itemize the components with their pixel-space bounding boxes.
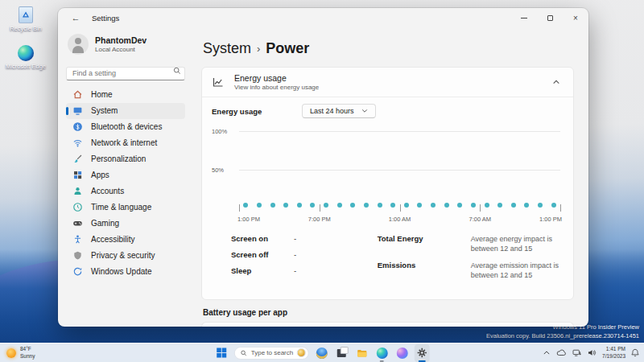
desktop-icon-edge[interactable]: Microsoft Edge <box>6 45 46 70</box>
stat-row-emissions: Emissions Average emission impact is bet… <box>378 261 564 280</box>
stat-value: Average energy impact is between 12 and … <box>471 234 564 253</box>
edge-icon <box>377 348 388 359</box>
stat-label: Screen on <box>231 234 294 243</box>
battery-usage-heading: Battery usage per app <box>203 308 572 317</box>
chart-plot: 1:00 PM7:00 PM1:00 AM7:00 AM1:00 PM <box>239 128 560 210</box>
x-axis-tick <box>239 204 240 212</box>
hidden-icons-button[interactable] <box>543 350 551 356</box>
battery-usage-card: Sort by: Overall usage <box>201 322 574 327</box>
accessibility-icon <box>72 234 83 245</box>
sidebar-item-accounts[interactable]: Accounts <box>66 183 185 200</box>
desktop-icon-label: Recycle Bin <box>10 25 42 32</box>
avatar <box>68 34 89 55</box>
x-axis-tick <box>320 204 320 212</box>
stats-left-column: Screen on - Screen off - Sleep - <box>231 234 378 288</box>
sidebar-item-label: Personalization <box>91 154 146 163</box>
data-point <box>471 203 476 208</box>
window-body: PhantomDev Local Account Home System <box>58 27 588 327</box>
search-icon <box>173 67 181 75</box>
data-point <box>283 203 288 208</box>
card-subtitle: View info about energy usage <box>234 84 319 91</box>
energy-usage-chart: 100% 50% 1:00 PM7:00 PM1:00 AM7:00 AM1:0… <box>212 123 564 226</box>
taskbar-center: Type to search <box>214 343 430 362</box>
stat-value: - <box>294 250 296 259</box>
wifi-icon <box>72 138 83 148</box>
data-point <box>551 203 556 208</box>
sidebar-item-privacy-security[interactable]: Privacy & security <box>66 248 185 264</box>
energy-usage-header[interactable]: Energy usage View info about energy usag… <box>202 68 573 97</box>
find-setting-input[interactable] <box>66 67 185 80</box>
stat-row-screen-on: Screen on - <box>231 234 378 243</box>
clock[interactable]: 1:41 PM 7/19/2023 <box>602 346 625 360</box>
maximize-icon <box>547 15 553 21</box>
data-point <box>404 203 409 208</box>
network-button[interactable] <box>572 348 582 357</box>
speaker-icon <box>588 349 597 356</box>
data-point <box>497 203 502 208</box>
sidebar-item-windows-update[interactable]: Windows Update <box>66 264 185 280</box>
search-highlight-icon <box>297 348 306 357</box>
apps-grid-icon <box>72 170 83 180</box>
data-point <box>417 203 422 208</box>
data-point <box>297 203 302 208</box>
maximize-button[interactable] <box>537 8 563 27</box>
brush-icon <box>72 154 83 164</box>
energy-controls-row: Energy usage Last 24 hours <box>202 97 573 121</box>
sidebar-item-time-language[interactable]: Time & language <box>66 200 185 216</box>
breadcrumb-system[interactable]: System <box>203 40 251 56</box>
time-range-dropdown[interactable]: Last 24 hours <box>302 104 376 118</box>
stat-label: Screen off <box>231 250 294 259</box>
sidebar: PhantomDev Local Account Home System <box>58 27 193 327</box>
taskbar-search[interactable]: Type to search <box>234 347 309 360</box>
sidebar-item-bluetooth-devices[interactable]: Bluetooth & devices <box>66 119 185 135</box>
start-button[interactable] <box>214 344 229 362</box>
file-explorer-button[interactable] <box>354 344 369 362</box>
sidebar-item-apps[interactable]: Apps <box>66 167 185 183</box>
back-button[interactable]: ← <box>68 10 84 25</box>
sidebar-item-label: Accounts <box>91 187 124 195</box>
notifications-button[interactable] <box>630 348 640 358</box>
sidebar-item-gaming[interactable]: Gaming <box>66 216 185 232</box>
pinned-app-button[interactable] <box>314 344 329 362</box>
volume-button[interactable] <box>587 348 597 357</box>
x-axis-label: 1:00 PM <box>237 216 260 223</box>
x-axis-tick <box>400 204 401 212</box>
titlebar: ← Settings × <box>58 8 588 27</box>
windows-logo-icon <box>217 348 227 358</box>
desktop-icon-recycle-bin[interactable]: Recycle Bin <box>10 6 42 32</box>
data-point <box>243 203 248 208</box>
copilot-button[interactable] <box>394 344 410 362</box>
home-icon <box>72 89 83 100</box>
sidebar-item-label: Home <box>91 90 113 99</box>
x-axis-label: 1:00 AM <box>389 216 411 223</box>
recycle-glyph <box>21 10 31 20</box>
data-point <box>444 203 449 208</box>
onedrive-button[interactable] <box>555 348 567 357</box>
search-icon <box>241 350 247 356</box>
sidebar-item-label: Network & internet <box>91 138 157 147</box>
data-point <box>538 203 543 208</box>
widgets-button[interactable]: 84°F Sunny <box>6 343 35 362</box>
breadcrumb-separator: › <box>257 43 260 55</box>
task-view-button[interactable] <box>334 344 349 362</box>
settings-window: ← Settings × PhantomDev Local Account <box>58 8 588 327</box>
minimize-icon <box>521 18 527 19</box>
bell-icon <box>631 348 639 357</box>
user-account[interactable]: PhantomDev Local Account <box>66 29 185 63</box>
sidebar-item-home[interactable]: Home <box>66 87 185 103</box>
sidebar-item-accessibility[interactable]: Accessibility <box>66 232 185 248</box>
sidebar-item-system[interactable]: System <box>66 103 185 119</box>
minimize-button[interactable] <box>511 8 537 27</box>
user-name: PhantomDev <box>95 35 147 45</box>
edge-button[interactable] <box>374 344 390 362</box>
gear-icon <box>417 348 427 358</box>
sidebar-item-personalization[interactable]: Personalization <box>66 151 185 167</box>
sidebar-item-label: Windows Update <box>91 267 152 276</box>
shield-icon <box>72 250 83 261</box>
stat-value: - <box>294 234 296 243</box>
close-button[interactable]: × <box>563 8 588 27</box>
settings-button[interactable] <box>415 344 430 362</box>
sidebar-item-network-internet[interactable]: Network & internet <box>66 135 185 151</box>
stat-row-screen-off: Screen off - <box>231 250 378 259</box>
collapse-button[interactable] <box>549 76 564 88</box>
